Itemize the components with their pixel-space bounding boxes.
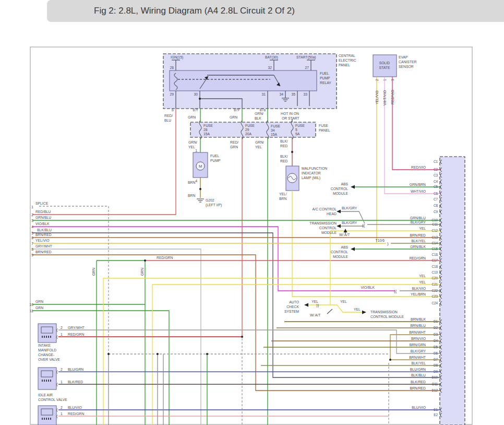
diagram-label: LAMP (MIL) bbox=[302, 176, 320, 180]
connector-pin-id: C9 bbox=[434, 210, 438, 214]
diagram-label: TRANSMISSION bbox=[370, 310, 398, 314]
diagram-label: MODULE bbox=[333, 192, 349, 195]
junction-dot bbox=[199, 188, 201, 190]
diagram-label: CONTROL bbox=[331, 250, 348, 254]
diagram-label: TRANSMISSION bbox=[309, 221, 337, 225]
diagram-label: YEL bbox=[255, 145, 262, 149]
diagram-label: RED/VIO bbox=[391, 90, 394, 104]
diagram-label: GRN bbox=[140, 268, 144, 276]
wire-color-label: GRN/BRN bbox=[410, 183, 426, 186]
connector-pin-id: D5 bbox=[434, 345, 438, 349]
diagram-label: GRN bbox=[230, 115, 237, 119]
connector-pin-id: D8 bbox=[434, 363, 438, 367]
wire-color-label: YEL bbox=[419, 274, 426, 278]
wire-color-label: BRN/GRN bbox=[410, 343, 426, 347]
diagram-label: IGN(15) bbox=[171, 55, 183, 60]
diagram-label: GRN bbox=[188, 115, 196, 119]
wiring-diagram-viewer: Fig 2: 2.8L, Wiring Diagram (A4 2.8L Cir… bbox=[0, 0, 504, 425]
diagram-label: ( bbox=[56, 382, 58, 386]
diagram-label: CHECK bbox=[286, 305, 299, 309]
diagram-label: GRN bbox=[35, 306, 43, 310]
wire-color-label: BLK/VIO bbox=[412, 287, 426, 290]
diagram-label: 33 bbox=[303, 92, 307, 96]
diagram-label: GRN/BLU bbox=[35, 216, 51, 219]
connector-pin-id: C21 bbox=[431, 282, 438, 286]
wire-color-label: BLK/YEL bbox=[411, 361, 426, 365]
junction-dot bbox=[291, 151, 293, 153]
diagram-label: RED/GRN bbox=[68, 333, 84, 336]
diagram-label: CONTROL MODULE bbox=[370, 315, 404, 318]
connector-pin-id: E1 bbox=[434, 408, 438, 411]
diagram-label: HOT IN ON bbox=[281, 112, 299, 115]
diagram-label: FUSE bbox=[295, 124, 305, 127]
diagram-label: CENTRAL bbox=[339, 54, 355, 57]
diagram-label: BRN bbox=[279, 197, 286, 200]
diagram-label: MODULE bbox=[321, 231, 337, 234]
diagram-label: 15A bbox=[203, 132, 210, 136]
diagram-label: 2 bbox=[61, 326, 63, 329]
diagram-label: 27 bbox=[305, 66, 309, 69]
diagram-label: RED bbox=[280, 159, 287, 163]
diagram-label: GRY/WHT bbox=[68, 326, 85, 329]
diagram-label: OR START bbox=[282, 116, 299, 120]
diagram-label: 28 bbox=[170, 66, 174, 69]
diagram-label: BRN/RED bbox=[35, 233, 52, 237]
diagram-label: BLU bbox=[164, 119, 171, 122]
wire-color-label: BLK/GRY bbox=[411, 349, 426, 353]
diagram-label: BLK/ bbox=[280, 155, 288, 158]
diagram-label: STATE bbox=[379, 66, 390, 69]
diagram-label: 87f bbox=[193, 108, 198, 112]
diagram-label: 6 bbox=[31, 236, 33, 240]
junction-dot bbox=[107, 353, 110, 355]
diagram-label: 87F bbox=[234, 108, 240, 112]
diagram-label: 28 bbox=[203, 128, 208, 132]
diagram-label: SOLID bbox=[379, 61, 390, 65]
diagram-label: START(50a) bbox=[296, 55, 316, 60]
wire-color-label: RED/VIO bbox=[411, 166, 426, 169]
diagram-label: GRN/ bbox=[188, 140, 197, 144]
diagram-label: EVAP bbox=[399, 55, 408, 59]
diagram-label: ABS bbox=[341, 182, 348, 186]
diagram-label: FUSE bbox=[203, 124, 213, 127]
diagram-label: 5A bbox=[295, 132, 300, 136]
diagram-label: 15A bbox=[271, 133, 278, 136]
connector-pin-id: C15 bbox=[431, 247, 438, 251]
diagram-label: INDICATOR bbox=[302, 171, 321, 175]
connector-pin-id: D6 bbox=[434, 351, 438, 355]
connector-pin-id: D1 bbox=[434, 320, 438, 323]
junction-dot bbox=[241, 336, 243, 338]
wire-color-label: GRN/BLU bbox=[410, 216, 426, 220]
connector-pin-id: C4 bbox=[434, 180, 438, 183]
diagram-label: BAT(30) bbox=[265, 55, 278, 60]
diagram-label: 20A bbox=[245, 132, 252, 136]
diagram-label: 1 bbox=[383, 79, 387, 81]
diagram-label: ELECTRIC bbox=[339, 58, 356, 62]
connector-pin-id: C5 bbox=[434, 185, 438, 188]
diagram-label: GRN bbox=[92, 268, 95, 276]
diagram-label: SPLICE bbox=[35, 202, 49, 205]
wire-color-label: BRN/VIO bbox=[411, 337, 426, 340]
diagram-label: BLK bbox=[255, 116, 261, 120]
wire-color-label: BRN/WHT bbox=[409, 356, 426, 359]
diagram-label: 1 bbox=[61, 333, 63, 336]
wire-color-label: WHT/VIO bbox=[411, 190, 426, 193]
diagram-label: W/ A/T bbox=[310, 313, 320, 317]
diagram-label: CONTROL bbox=[331, 187, 348, 191]
wire-color-label: BLU/GRN bbox=[410, 368, 426, 371]
wire-color-label: YEL bbox=[419, 280, 426, 284]
wire-color-label: BRN/WHT bbox=[409, 330, 426, 334]
diagram-label: VIO/BLK bbox=[361, 286, 375, 289]
diagram-label: ( bbox=[56, 334, 58, 339]
connector-pin-id: D3 bbox=[434, 333, 438, 336]
diagram-label: YEL bbox=[354, 308, 361, 311]
wire-color-label: YEL/BRN bbox=[411, 292, 426, 296]
main-connector-box bbox=[440, 157, 465, 425]
diagram-label: S bbox=[171, 108, 174, 112]
diagram-label: 29 bbox=[245, 128, 249, 132]
junction-dot bbox=[389, 359, 391, 361]
diagram-label: 1 bbox=[31, 205, 33, 209]
connector-pin-id: C17 bbox=[431, 258, 438, 262]
diagram-label: FUSE bbox=[319, 124, 329, 127]
diagram-label: AUTO bbox=[289, 300, 299, 304]
diagram-label: RED bbox=[280, 144, 287, 148]
